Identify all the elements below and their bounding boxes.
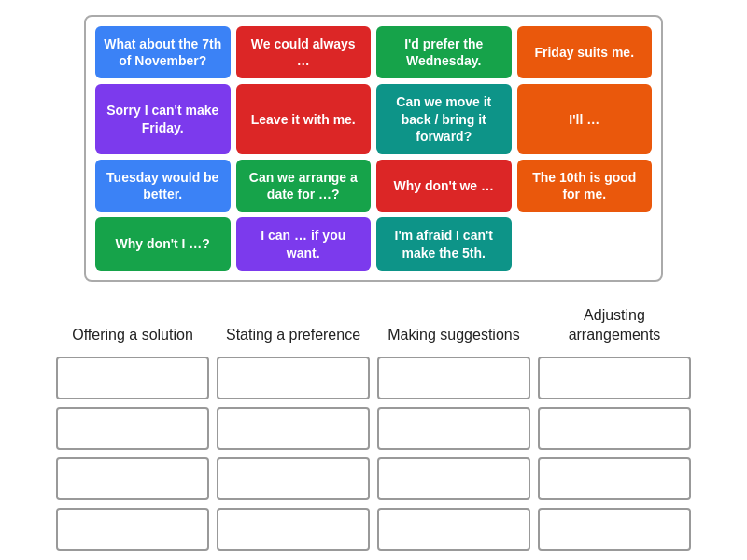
card-15[interactable]: I'm afraid I can't make the 5th. — [376, 217, 512, 270]
card-7[interactable]: Can we move it back / bring it forward? — [376, 84, 512, 154]
col-1-col: Offering a solution — [56, 304, 209, 551]
col-4-col: Adjusting arrangements — [538, 304, 691, 551]
card-5[interactable]: Sorry I can't make Friday. — [95, 84, 231, 154]
col-4-drop-box-0[interactable] — [538, 357, 691, 399]
card-3[interactable]: I'd prefer the Wednesday. — [376, 26, 512, 78]
col-2-drop-box-3[interactable] — [217, 508, 370, 551]
card-13[interactable]: Why don't I …? — [95, 217, 231, 270]
col-1-drop-box-3[interactable] — [56, 508, 209, 551]
col-4-drop-box-2[interactable] — [538, 457, 691, 500]
col-1-drop-box-2[interactable] — [56, 457, 209, 500]
col-3-drop-box-2[interactable] — [377, 457, 530, 500]
col-4-drop-box-3[interactable] — [538, 508, 691, 551]
card-11[interactable]: Why don't we … — [376, 160, 512, 212]
col-4-drop-box-1[interactable] — [538, 407, 691, 450]
col-3-drop-box-3[interactable] — [377, 508, 530, 551]
card-grid-wrapper: What about the 7th of November?We could … — [84, 15, 663, 282]
card-8[interactable]: I'll … — [517, 84, 653, 154]
classify-grid: Offering a solutionStating a preferenceM… — [56, 304, 691, 551]
col-3-header: Making suggestions — [388, 304, 519, 345]
col-3-drop-box-1[interactable] — [377, 407, 530, 450]
col-3-drop-box-0[interactable] — [377, 357, 530, 399]
main-container: What about the 7th of November?We could … — [15, 15, 732, 551]
classify-section: Offering a solutionStating a preferenceM… — [56, 304, 691, 551]
card-12[interactable]: The 10th is good for me. — [517, 160, 653, 212]
col-2-drop-box-2[interactable] — [217, 457, 370, 500]
card-9[interactable]: Tuesday would be better. — [95, 160, 231, 212]
col-2-drop-box-1[interactable] — [217, 407, 370, 450]
card-10[interactable]: Can we arrange a date for …? — [236, 160, 372, 212]
card-4[interactable]: Friday suits me. — [517, 26, 653, 78]
col-4-header: Adjusting arrangements — [538, 304, 691, 345]
card-1[interactable]: What about the 7th of November? — [95, 26, 231, 78]
col-1-header: Offering a solution — [72, 304, 193, 345]
col-2-col: Stating a preference — [217, 304, 370, 551]
card-grid: What about the 7th of November?We could … — [95, 26, 652, 271]
col-1-drop-box-1[interactable] — [56, 407, 209, 450]
col-2-drop-box-0[interactable] — [217, 357, 370, 399]
col-2-header: Stating a preference — [226, 304, 360, 345]
col-1-drop-box-0[interactable] — [56, 357, 209, 399]
col-3-col: Making suggestions — [377, 304, 530, 551]
card-6[interactable]: Leave it with me. — [236, 84, 372, 154]
card-14[interactable]: I can … if you want. — [236, 217, 372, 270]
card-2[interactable]: We could always … — [236, 26, 372, 78]
